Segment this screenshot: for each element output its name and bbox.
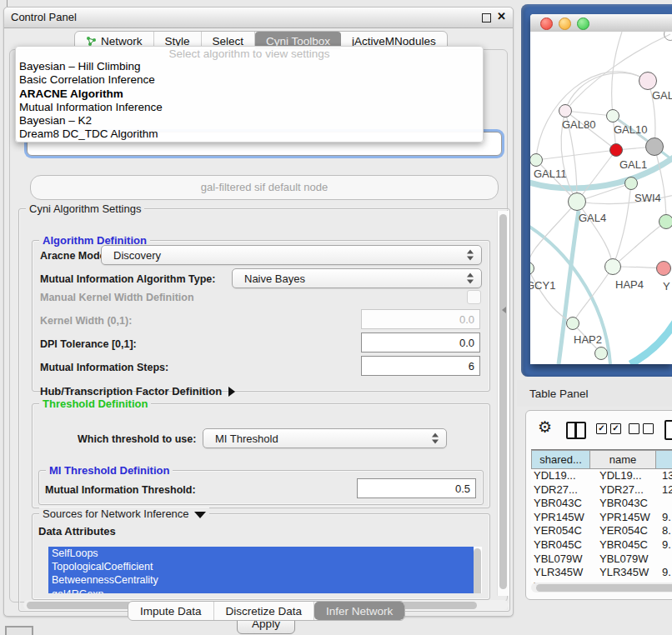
data-attributes-list[interactable]: SelfLoopsTopologicalCoefficientBetweenne… <box>48 547 482 593</box>
table-cell: YLR345W <box>531 566 590 580</box>
close-icon[interactable]: ✕ <box>497 10 506 22</box>
table-row[interactable]: YPR145WYPR145W9. <box>531 511 672 525</box>
dropdown-item[interactable]: ARACNE Algorithm <box>19 88 479 101</box>
kernel-width-field[interactable]: 0.0 <box>361 309 480 329</box>
network-node-swi4[interactable] <box>624 177 638 190</box>
network-node-right-green[interactable] <box>659 214 672 229</box>
table-panel-title: Table Panel <box>529 388 589 400</box>
aracne-mode-value: Discovery <box>113 249 161 262</box>
mi-steps-label: Mutual Information Steps: <box>40 362 168 373</box>
list-scrollbar[interactable] <box>474 548 481 593</box>
mi-type-value: Naive Bayes <box>244 272 305 285</box>
hub-definition-toggle[interactable]: Hub/Transcription Factor Definition <box>40 385 235 398</box>
table-cell: YPR145W <box>531 511 590 525</box>
table-cell: YDL19... <box>590 469 656 483</box>
deselect-all-icon[interactable] <box>629 423 654 434</box>
table-body: YDL19...YDL19...13YDR27...YDR27...12YBR0… <box>531 469 672 583</box>
expanded-arrow-icon <box>194 512 206 518</box>
mi-threshold-definition-title: MI Threshold Definition <box>46 464 173 477</box>
dropdown-item[interactable]: Basic Correlation Inference <box>19 73 479 87</box>
manual-kernel-checkbox[interactable] <box>467 290 481 304</box>
node-label-gal11: GAL11 <box>534 168 567 180</box>
column-header-shared...[interactable]: shared... <box>531 450 590 469</box>
table-cell: 13 <box>656 469 672 483</box>
network-node-gal-top[interactable] <box>639 72 657 90</box>
aracne-mode-combo[interactable]: Discovery <box>101 245 482 265</box>
network-node-salmon[interactable] <box>656 261 671 276</box>
split-panel-icon[interactable] <box>566 422 586 439</box>
network-node-bottom-green[interactable] <box>594 347 608 360</box>
tab-impute-data[interactable]: Impute Data <box>128 602 214 620</box>
dropdown-item[interactable]: Bayesian – Hill Climbing <box>19 60 479 73</box>
dropdown-items: Bayesian – Hill ClimbingBasic Correlatio… <box>19 60 479 142</box>
select-all-icon[interactable]: ✓✓ <box>596 423 621 434</box>
new-column-icon[interactable] <box>664 420 672 440</box>
node-label-swi4: SWI4 <box>634 192 661 204</box>
mac-zoom-icon[interactable] <box>577 18 589 30</box>
table-cell: YBL079W <box>531 552 590 567</box>
network-node-big-gray[interactable] <box>645 138 664 156</box>
table-row[interactable]: YBR045CYBR045C9. <box>531 538 672 552</box>
attribute-item-selected[interactable]: TopologicalCoefficient <box>48 560 474 573</box>
dropdown-item[interactable]: Dream8 DC_TDC Algorithm <box>19 128 479 141</box>
dropdown-item[interactable]: Bayesian – K2 <box>19 114 479 128</box>
table-horizontal-scrollbar[interactable] <box>531 582 672 592</box>
dpi-tolerance-field[interactable]: 0.0 <box>361 332 480 352</box>
network-node-gal10[interactable] <box>606 109 619 122</box>
column-header-name[interactable]: name <box>590 450 656 469</box>
node-label-gal10: GAL10 <box>614 123 647 136</box>
manual-kernel-label: Manual Kernel Width Definition <box>40 292 194 303</box>
attribute-item-selected[interactable]: BetweennessCentrality <box>48 573 474 587</box>
gear-icon[interactable]: ⚙ <box>538 419 552 436</box>
network-node-hap2[interactable] <box>566 317 579 330</box>
node-label-salmon: Y <box>663 280 670 292</box>
stepper-icon <box>432 433 439 444</box>
table-row[interactable]: YLR345WYLR345W9. <box>531 566 672 580</box>
cyni-algorithm-settings-title: Cyni Algorithm Settings <box>26 202 144 215</box>
settings-vertical-scrollbar[interactable] <box>497 211 509 596</box>
splitter-handle[interactable] <box>502 307 506 313</box>
table-cell: YPR145W <box>590 511 656 525</box>
table-row[interactable]: YBR043CYBR043C <box>531 497 672 511</box>
table-row[interactable]: YER054CYER054C8. <box>531 524 672 538</box>
table-cell: 12 <box>656 483 672 498</box>
float-window-icon[interactable] <box>482 13 491 22</box>
table-row[interactable]: YBL079WYBL079W <box>531 552 672 567</box>
network-selector-combo[interactable]: gal-filtered sif default node <box>30 175 499 200</box>
which-threshold-value: MI Threshold <box>215 432 278 445</box>
table-cell: 9. <box>656 538 671 552</box>
which-threshold-label: Which threshold to use: <box>78 433 196 445</box>
table-row[interactable]: YDR27...YDR27...12 <box>531 483 672 498</box>
mi-threshold-label: Mutual Information Threshold: <box>45 484 196 496</box>
mi-steps-field[interactable]: 6 <box>361 356 480 376</box>
table-row[interactable]: YDL19...YDL19...13 <box>531 469 672 483</box>
mi-type-combo[interactable]: Naive Bayes <box>232 268 482 288</box>
node-label-gal80: GAL80 <box>562 118 595 131</box>
node-label-hap2: HAP2 <box>574 333 602 346</box>
network-node-gal4[interactable] <box>568 192 586 211</box>
mac-close-icon[interactable] <box>540 18 553 30</box>
mac-minimize-icon[interactable] <box>559 18 571 30</box>
table-cell: YLR345W <box>590 566 656 580</box>
network-canvas[interactable]: GALGAL80GAL10GAL1GAL11SWI4GAL4GCY1HAP4YH… <box>530 32 672 364</box>
bottom-tabstrip: Impute DataDiscretize DataInfer Network <box>128 601 405 621</box>
table-cell: YBR043C <box>531 497 590 511</box>
attribute-item-selected[interactable]: SelfLoops <box>48 547 474 560</box>
network-window-titlebar <box>530 14 672 32</box>
attribute-item-selected[interactable]: gal4RGexp <box>48 588 474 593</box>
network-node-gal80[interactable] <box>559 104 572 118</box>
table-header-row: shared...name <box>531 449 672 469</box>
network-node-gal1[interactable] <box>609 143 623 157</box>
dropdown-item[interactable]: Mutual Information Inference <box>19 101 479 114</box>
table-cell: YDL19... <box>531 469 590 483</box>
network-node-hap4[interactable] <box>604 258 621 275</box>
which-threshold-combo[interactable]: MI Threshold <box>203 428 447 448</box>
table-cell: YDR27... <box>531 483 590 498</box>
column-header-partial[interactable] <box>656 450 672 469</box>
table-cell <box>656 552 662 567</box>
mi-threshold-field[interactable]: 0.5 <box>357 478 476 498</box>
tab-infer-network[interactable]: Infer Network <box>314 602 404 620</box>
tab-discretize-data[interactable]: Discretize Data <box>214 602 315 620</box>
panel-collapse-handle[interactable] <box>5 626 33 635</box>
table-cell: 9. <box>656 566 671 580</box>
